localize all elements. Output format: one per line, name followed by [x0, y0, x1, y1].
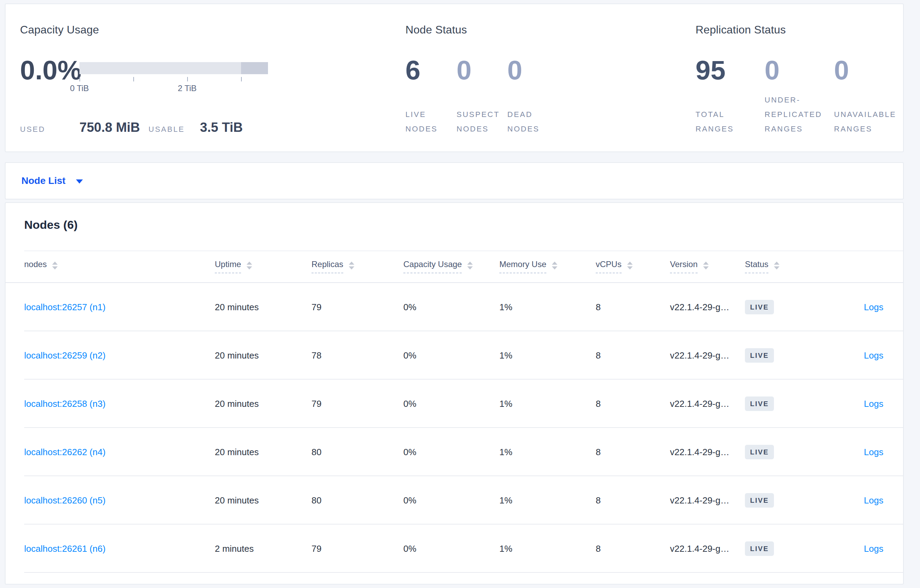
capacity-bar-tail-segment — [241, 62, 268, 74]
capacity-stats-row: USED 750.8 MiB USABLE 3.5 TiB — [20, 120, 243, 135]
column-header-replicas[interactable]: Replicas — [311, 260, 403, 273]
capacity-usage-cell: 0% — [403, 399, 499, 409]
status-badge: LIVE — [745, 493, 774, 507]
sort-icon — [467, 262, 473, 270]
total-ranges-count: 95 — [695, 57, 765, 84]
sort-icon — [703, 262, 709, 270]
sort-icon — [246, 262, 252, 270]
node-list-dropdown[interactable]: Node List — [5, 162, 904, 199]
capacity-usage-section: Capacity Usage 0.0% 0 TiB 2 TiB USED 750… — [20, 4, 351, 152]
vcpus-cell: 8 — [596, 350, 670, 361]
version-cell: v22.1.4-29-g… — [670, 350, 745, 361]
capacity-usage-cell: 0% — [403, 447, 499, 457]
table-body: localhost:26257 (n1) 20 minutes 79 0% 1%… — [5, 283, 903, 573]
column-header-nodes[interactable]: nodes — [24, 260, 215, 273]
node-status-title: Node Status — [405, 23, 467, 36]
axis-tick — [133, 77, 134, 81]
dead-nodes-count: 0 — [507, 57, 654, 84]
node-link[interactable]: localhost:26262 (n4) — [24, 447, 106, 457]
vcpus-cell: 8 — [596, 447, 670, 457]
node-link[interactable]: localhost:26259 (n2) — [24, 350, 106, 360]
used-value: 750.8 MiB — [79, 120, 149, 135]
version-cell: v22.1.4-29-g… — [670, 302, 745, 313]
vcpus-cell: 8 — [596, 302, 670, 313]
version-cell: v22.1.4-29-g… — [670, 495, 745, 506]
capacity-bar — [79, 62, 268, 74]
capacity-usage-cell: 0% — [403, 543, 499, 554]
memory-use-cell: 1% — [499, 399, 596, 409]
vcpus-cell: 8 — [596, 543, 670, 554]
unavailable-ranges-label: UNAVAILABLE RANGES — [834, 107, 900, 136]
under-replicated-ranges-label: UNDER-REPLICATED RANGES — [765, 93, 830, 136]
usable-value: 3.5 TiB — [200, 120, 243, 135]
status-badge: LIVE — [745, 348, 774, 363]
logs-link[interactable]: Logs — [864, 447, 883, 457]
node-link[interactable]: localhost:26261 (n6) — [24, 543, 106, 554]
replicas-cell: 78 — [311, 350, 403, 361]
replicas-cell: 79 — [311, 543, 403, 554]
column-header-memory-use[interactable]: Memory Use — [499, 260, 596, 273]
replicas-cell: 80 — [311, 495, 403, 506]
logs-link[interactable]: Logs — [864, 543, 883, 554]
memory-use-cell: 1% — [499, 447, 596, 457]
nodes-table-title: Nodes (6) — [24, 218, 78, 231]
memory-use-cell: 1% — [499, 543, 596, 554]
capacity-usage-cell: 0% — [403, 495, 499, 506]
cluster-summary-card: Capacity Usage 0.0% 0 TiB 2 TiB USED 750… — [5, 3, 904, 152]
node-link[interactable]: localhost:26260 (n5) — [24, 495, 106, 506]
node-link[interactable]: localhost:26257 (n1) — [24, 302, 106, 312]
replication-status-title: Replication Status — [695, 23, 786, 36]
replicas-cell: 79 — [311, 399, 403, 409]
logs-link[interactable]: Logs — [864, 350, 883, 360]
logs-link[interactable]: Logs — [864, 399, 883, 409]
column-header-vcpus[interactable]: vCPUs — [596, 260, 670, 273]
vcpus-cell: 8 — [596, 399, 670, 409]
status-badge: LIVE — [745, 300, 774, 314]
sort-icon — [774, 262, 779, 270]
logs-link[interactable]: Logs — [864, 302, 883, 312]
uptime-cell: 20 minutes — [215, 495, 311, 506]
under-replicated-ranges-count: 0 — [765, 57, 834, 84]
uptime-cell: 2 minutes — [215, 543, 311, 554]
sort-icon — [627, 262, 633, 270]
version-cell: v22.1.4-29-g… — [670, 399, 745, 409]
live-nodes-count: 6 — [405, 57, 457, 84]
total-ranges-label: TOTAL RANGES — [695, 107, 761, 136]
table-row: localhost:26258 (n3) 20 minutes 79 0% 1%… — [5, 380, 903, 428]
node-status-captions: LIVE NODES SUSPECT NODES DEAD NODES — [405, 107, 654, 136]
uptime-cell: 20 minutes — [215, 447, 311, 457]
memory-use-cell: 1% — [499, 495, 596, 506]
uptime-cell: 20 minutes — [215, 302, 311, 313]
replicas-cell: 80 — [311, 447, 403, 457]
unavailable-ranges-count: 0 — [834, 57, 903, 84]
nodes-table-card: Nodes (6) nodes Uptime Replicas Capacity… — [5, 202, 904, 585]
sort-icon — [52, 262, 58, 270]
table-row: localhost:26261 (n6) 2 minutes 79 0% 1% … — [5, 525, 903, 573]
column-header-version[interactable]: Version — [670, 260, 745, 273]
node-link[interactable]: localhost:26258 (n3) — [24, 399, 106, 409]
memory-use-cell: 1% — [499, 302, 596, 313]
version-cell: v22.1.4-29-g… — [670, 447, 745, 457]
column-header-status[interactable]: Status — [745, 260, 824, 273]
suspect-nodes-label: SUSPECT NODES — [457, 107, 502, 136]
chevron-down-icon — [76, 179, 83, 184]
replication-status-values: 95 0 0 — [695, 57, 903, 84]
column-header-uptime[interactable]: Uptime — [215, 260, 311, 273]
logs-link[interactable]: Logs — [864, 495, 883, 506]
replication-status-captions: TOTAL RANGES UNDER-REPLICATED RANGES UNA… — [695, 93, 903, 136]
dead-nodes-label: DEAD NODES — [507, 107, 553, 136]
suspect-nodes-count: 0 — [457, 57, 507, 84]
node-list-dropdown-label: Node List — [21, 175, 66, 186]
axis-tick-label: 2 TiB — [178, 84, 197, 93]
live-nodes-label: LIVE NODES — [405, 107, 451, 136]
column-header-capacity-usage[interactable]: Capacity Usage — [403, 260, 499, 273]
table-header-row: nodes Uptime Replicas Capacity Usage Mem… — [5, 250, 903, 283]
status-badge: LIVE — [745, 541, 774, 556]
node-status-values: 6 0 0 — [405, 57, 654, 84]
status-badge: LIVE — [745, 396, 774, 411]
replicas-cell: 79 — [311, 302, 403, 313]
used-label: USED — [20, 125, 79, 134]
uptime-cell: 20 minutes — [215, 399, 311, 409]
capacity-usage-chart: 0 TiB 2 TiB — [79, 62, 268, 100]
table-row: localhost:26259 (n2) 20 minutes 78 0% 1%… — [5, 331, 903, 380]
